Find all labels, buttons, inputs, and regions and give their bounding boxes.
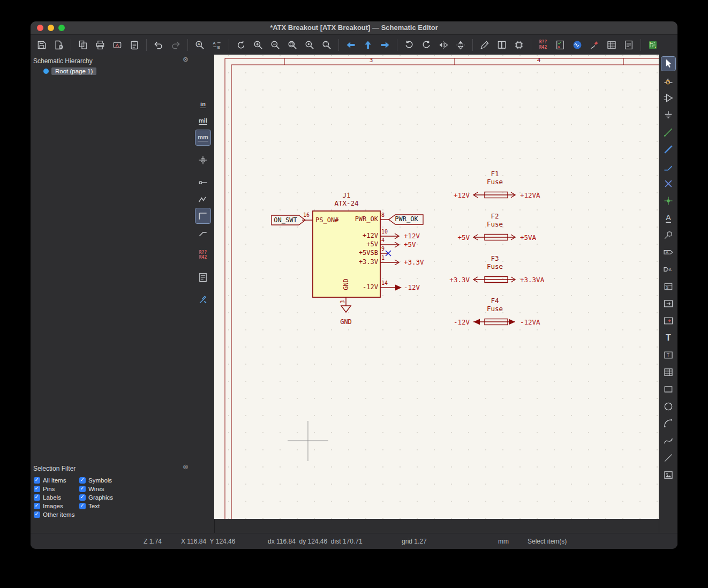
zoom-out-button[interactable] xyxy=(268,38,282,52)
open-pcb-editor-button[interactable] xyxy=(646,38,660,52)
filter-wires[interactable]: Wires xyxy=(79,485,192,492)
checkbox-checked-icon[interactable] xyxy=(79,477,86,484)
global-label-pwr-ok-shape[interactable] xyxy=(389,215,423,224)
directive-label-tool[interactable] xyxy=(661,228,675,242)
checkbox-checked-icon[interactable] xyxy=(79,486,86,492)
refresh-view-button[interactable] xyxy=(234,38,248,52)
annotate-auto-toggle[interactable]: R??R42 xyxy=(195,247,210,262)
library-browser-button[interactable] xyxy=(495,38,509,52)
place-power-tool[interactable] xyxy=(661,108,675,122)
grid-dots-toggle[interactable] xyxy=(195,58,210,73)
filter-labels[interactable]: Labels xyxy=(34,494,79,501)
filter-symbols[interactable]: Symbols xyxy=(79,477,192,484)
rectangle-tool[interactable] xyxy=(661,382,675,396)
filter-all-items[interactable]: All items xyxy=(34,477,79,484)
fuse-symbols[interactable] xyxy=(473,192,515,325)
rotate-cw-button[interactable] xyxy=(419,38,433,52)
global-label-on-swt-shape[interactable] xyxy=(272,215,305,225)
filter-text[interactable]: Text xyxy=(79,502,192,509)
units-inches-button[interactable]: in xyxy=(195,97,210,112)
simulator-button[interactable] xyxy=(570,38,584,52)
textbox-tool[interactable] xyxy=(661,348,675,362)
select-tool[interactable] xyxy=(661,57,675,71)
hierarchical-label-tool[interactable] xyxy=(661,262,675,276)
save-button[interactable] xyxy=(35,38,49,52)
draw-bus-tool[interactable] xyxy=(661,142,675,156)
highlight-net-tool[interactable] xyxy=(661,74,675,88)
rotate-ccw-button[interactable] xyxy=(402,38,416,52)
free-angle-mode-button[interactable] xyxy=(195,192,210,207)
print-button[interactable] xyxy=(93,38,107,52)
page-settings-button[interactable] xyxy=(76,38,90,52)
nav-forward-button[interactable] xyxy=(378,38,392,52)
mirror-v-button[interactable] xyxy=(454,38,468,52)
table-tool[interactable] xyxy=(661,365,675,379)
zoom-fit-button[interactable] xyxy=(285,38,299,52)
checkbox-checked-icon[interactable] xyxy=(34,486,40,492)
bom-button[interactable] xyxy=(622,38,636,52)
zoom-in-button[interactable] xyxy=(251,38,265,52)
erc-button[interactable] xyxy=(553,38,567,52)
close-icon[interactable]: ⊗ xyxy=(183,56,189,63)
image-tool[interactable] xyxy=(661,468,675,482)
properties-panel-toggle[interactable] xyxy=(195,292,210,307)
hierarchical-sheet-tool[interactable] xyxy=(661,280,675,293)
draw-wire-tool[interactable] xyxy=(661,125,675,139)
find-replace-button[interactable] xyxy=(210,38,224,52)
hierarchy-navigator-toggle[interactable] xyxy=(195,270,210,285)
schematic-setup-button[interactable] xyxy=(52,38,66,52)
nav-back-button[interactable] xyxy=(344,38,358,52)
mirror-h-button[interactable] xyxy=(436,38,450,52)
nav-up-button[interactable] xyxy=(361,38,375,52)
undo-button[interactable] xyxy=(152,38,165,52)
units-mils-button[interactable]: mil xyxy=(195,114,210,129)
global-label-tool[interactable] xyxy=(661,245,675,259)
filter-pins[interactable]: Pins xyxy=(34,485,79,492)
close-icon[interactable]: ⊗ xyxy=(183,463,189,470)
plot-button[interactable] xyxy=(110,38,124,52)
text-tool[interactable]: T xyxy=(661,331,675,345)
hierarchy-root-item[interactable]: Root (page 1) xyxy=(43,67,192,75)
symbol-j1-body[interactable] xyxy=(313,211,380,297)
mode-45-button[interactable] xyxy=(195,225,210,240)
no-connect-tool[interactable] xyxy=(661,177,675,191)
schematic-sheet[interactable] xyxy=(214,55,659,519)
titlebar[interactable]: *ATX Breakout [ATX Breakout] — Schematic… xyxy=(31,21,677,35)
checkbox-checked-icon[interactable] xyxy=(34,511,40,518)
checkbox-checked-icon[interactable] xyxy=(34,494,40,501)
arc-tool[interactable] xyxy=(661,417,675,431)
net-label-tool[interactable]: A xyxy=(661,211,675,225)
annotate-button[interactable]: R??R42 xyxy=(536,38,550,52)
zoom-objects-button[interactable] xyxy=(303,38,317,52)
bus-entry-tool[interactable] xyxy=(661,160,675,174)
redo-button[interactable] xyxy=(169,38,183,52)
pin-table-button[interactable] xyxy=(605,38,619,52)
bezier-tool[interactable] xyxy=(661,434,675,448)
edit-symbol-button[interactable] xyxy=(478,38,492,52)
gnd-power-symbol[interactable] xyxy=(341,306,351,312)
checkbox-checked-icon[interactable] xyxy=(34,477,40,484)
junction-tool[interactable] xyxy=(661,194,675,208)
checkbox-checked-icon[interactable] xyxy=(79,503,86,509)
checkbox-checked-icon[interactable] xyxy=(79,494,86,501)
import-sheet-pin-tool[interactable] xyxy=(661,314,675,328)
schematic-canvas[interactable]: 3 4 J1 ATX-24 16 PS_ON# ON_SWT 3 GND GND… xyxy=(214,55,659,519)
sheet-pin-tool[interactable] xyxy=(661,297,675,311)
line-tool[interactable] xyxy=(661,451,675,465)
cursor-shape-toggle[interactable] xyxy=(195,153,210,168)
grid-lines-toggle[interactable] xyxy=(195,74,210,89)
filter-other-items[interactable]: Other items xyxy=(34,511,79,518)
units-mm-button[interactable]: mm xyxy=(195,130,210,145)
hidden-pins-toggle[interactable] xyxy=(195,175,210,190)
place-symbol-tool[interactable] xyxy=(661,91,675,105)
checkbox-checked-icon[interactable] xyxy=(34,503,40,509)
assign-footprints-button[interactable] xyxy=(512,38,526,52)
filter-images[interactable]: Images xyxy=(34,502,79,509)
zoom-selection-button[interactable] xyxy=(320,38,334,52)
filter-graphics[interactable]: Graphics xyxy=(79,494,192,501)
probe-button[interactable] xyxy=(588,38,601,52)
paste-button[interactable] xyxy=(127,38,141,52)
find-button[interactable] xyxy=(193,38,207,52)
hv-lines-mode-button[interactable] xyxy=(195,208,210,223)
circle-tool[interactable] xyxy=(661,399,675,413)
